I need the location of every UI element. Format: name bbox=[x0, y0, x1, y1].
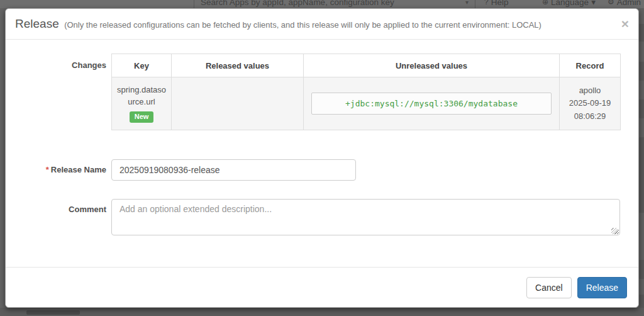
release-name-label: *Release Name bbox=[6, 165, 106, 174]
dimmed-page-bottom-edge bbox=[0, 308, 644, 316]
app-search-placeholder: Search Apps by appId, appName, configura… bbox=[201, 0, 394, 7]
unreleased-value-cell: +jdbc:mysql://mysql:3306/mydatabase bbox=[304, 77, 560, 130]
modal-header: Release (Only the released configuration… bbox=[6, 9, 638, 40]
nav-language[interactable]: ⊕ Language ▾ bbox=[542, 0, 596, 8]
dimmed-page-right-edge bbox=[639, 8, 644, 316]
record-user: apollo bbox=[560, 84, 620, 97]
table-header-row: Key Released values Unreleased values Re… bbox=[112, 54, 621, 77]
required-asterisk: * bbox=[46, 165, 49, 174]
changes-table: Key Released values Unreleased values Re… bbox=[111, 54, 621, 130]
column-header-record: Record bbox=[560, 54, 621, 77]
column-header-key: Key bbox=[112, 54, 172, 77]
help-icon: ? bbox=[484, 0, 489, 6]
comment-label: Comment bbox=[6, 205, 106, 214]
chevron-down-icon: ▾ bbox=[591, 0, 596, 7]
cancel-button[interactable]: Cancel bbox=[526, 277, 572, 298]
released-value-cell bbox=[172, 77, 304, 130]
close-icon[interactable]: × bbox=[621, 17, 629, 30]
release-button[interactable]: Release bbox=[577, 277, 627, 298]
globe-icon: ⊕ bbox=[542, 0, 548, 6]
key-cell: spring.datasource.url New bbox=[112, 77, 172, 130]
release-name-input[interactable] bbox=[111, 159, 356, 181]
modal-footer: Cancel Release bbox=[6, 267, 638, 308]
release-modal: Release (Only the released configuration… bbox=[5, 8, 639, 308]
record-date: 2025-09-19 bbox=[560, 97, 620, 110]
column-header-released-values: Released values bbox=[172, 54, 304, 77]
record-time: 08:06:29 bbox=[560, 110, 620, 123]
app-search-input[interactable]: Search Apps by appId, appName, configura… bbox=[194, 0, 475, 8]
record-cell: apollo 2025-09-19 08:06:29 bbox=[560, 77, 621, 130]
added-value: +jdbc:mysql://mysql:3306/mydatabase bbox=[311, 93, 552, 115]
dimmed-top-navbar: Search Apps by appId, appName, configura… bbox=[0, 0, 644, 8]
new-badge: New bbox=[130, 111, 154, 123]
gear-icon: ⚙ bbox=[608, 0, 614, 6]
nav-admin[interactable]: ⚙ Admin bbox=[608, 0, 641, 8]
modal-title: Release bbox=[15, 17, 59, 30]
column-header-unreleased-values: Unreleased values bbox=[304, 54, 560, 77]
changes-label: Changes bbox=[6, 54, 106, 77]
config-key: spring.datasource.url bbox=[112, 84, 171, 108]
modal-subtitle: (Only the released configurations can be… bbox=[64, 20, 541, 30]
chevron-down-icon: ▾ bbox=[465, 0, 469, 6]
nav-help[interactable]: ? Help bbox=[484, 0, 508, 8]
table-row: spring.datasource.url New +jdbc:mysql://… bbox=[112, 77, 621, 130]
comment-textarea[interactable] bbox=[111, 199, 620, 235]
